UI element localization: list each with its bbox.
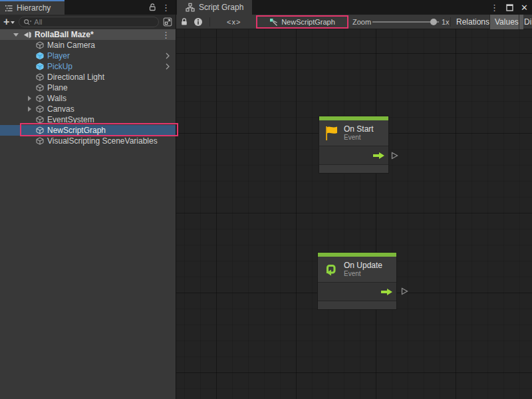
node-titles: On Update Event bbox=[344, 261, 382, 278]
graph-asset-icon bbox=[269, 18, 278, 27]
item-label: Walls bbox=[47, 94, 66, 103]
graph-name-button[interactable]: NewScriptGraph bbox=[256, 15, 348, 29]
tab-hierarchy[interactable]: Hierarchy bbox=[0, 0, 65, 15]
zoom-label: Zoom bbox=[352, 18, 371, 26]
node-subtitle: Event bbox=[344, 270, 382, 278]
item-label: Canvas bbox=[47, 104, 74, 114]
item-label: Plane bbox=[47, 83, 68, 92]
control-output-arrow-icon[interactable] bbox=[372, 152, 385, 160]
hierarchy-item-main-camera[interactable]: Main Camera bbox=[0, 40, 176, 51]
item-label: Directional Light bbox=[47, 72, 104, 82]
hierarchy-tab-label: Hierarchy bbox=[17, 3, 51, 13]
hierarchy-item-directional-light[interactable]: Directional Light bbox=[0, 72, 176, 82]
variables-label: <x> bbox=[227, 18, 241, 26]
control-output-port[interactable] bbox=[390, 151, 399, 160]
node-footer bbox=[318, 301, 396, 309]
hierarchy-item-pickup[interactable]: PickUp bbox=[0, 61, 176, 72]
node-body bbox=[319, 146, 388, 164]
zoom-value-wrap: 1x bbox=[442, 15, 450, 29]
hierarchy-search-input[interactable]: All bbox=[19, 17, 159, 27]
hierarchy-item-plane[interactable]: Plane bbox=[0, 82, 176, 93]
graph-toolbar: <x> NewScriptGraph Zoom 1x Relations Val… bbox=[176, 15, 532, 29]
graph-canvas[interactable]: On Start Event bbox=[176, 29, 532, 399]
hierarchy-toolbar: + All bbox=[0, 15, 176, 29]
hierarchy-item-canvas[interactable]: Canvas bbox=[0, 104, 176, 114]
node-title: On Start bbox=[344, 124, 374, 134]
control-output-port[interactable] bbox=[400, 287, 409, 296]
dim-button[interactable]: Di bbox=[519, 15, 532, 29]
prefab-expand-chevron[interactable] bbox=[166, 53, 170, 59]
foldout-collapsed-icon[interactable] bbox=[28, 106, 31, 112]
close-icon[interactable]: ✕ bbox=[521, 3, 528, 12]
item-label: VisualScripting SceneVariables bbox=[47, 136, 158, 146]
zoom-label-wrap: Zoom bbox=[352, 15, 371, 29]
graph-name-label: NewScriptGraph bbox=[281, 18, 335, 26]
hierarchy-panel: Hierarchy ⋮ + All bbox=[0, 0, 176, 399]
cube-icon bbox=[36, 105, 44, 113]
unity-editor-window: Hierarchy ⋮ + All bbox=[0, 0, 532, 399]
cube-icon bbox=[36, 137, 44, 145]
relations-button[interactable]: Relations bbox=[452, 15, 494, 29]
unlock-icon[interactable] bbox=[148, 3, 156, 12]
open-search-window-icon[interactable] bbox=[163, 17, 172, 27]
zoom-slider-thumb[interactable] bbox=[430, 19, 437, 25]
scene-menu-icon[interactable]: ⋮ bbox=[162, 31, 176, 39]
script-graph-tab-label: Script Graph bbox=[199, 3, 243, 12]
toolbar-separator bbox=[209, 17, 210, 27]
item-label: Main Camera bbox=[47, 41, 95, 50]
hierarchy-menu-icon[interactable]: ⋮ bbox=[162, 3, 170, 12]
scene-foldout-icon[interactable] bbox=[13, 33, 19, 37]
info-icon bbox=[194, 17, 203, 27]
control-output-arrow-icon[interactable] bbox=[380, 288, 393, 296]
foldout-collapsed-icon[interactable] bbox=[28, 96, 31, 101]
flag-icon bbox=[325, 125, 338, 141]
hierarchy-tab-bar: Hierarchy ⋮ bbox=[0, 0, 176, 15]
cube-icon bbox=[36, 126, 44, 134]
script-graph-panel: Script Graph ⋮ ✕ bbox=[176, 0, 532, 399]
plus-icon: + bbox=[3, 17, 9, 27]
cube-icon bbox=[36, 94, 44, 102]
hierarchy-item-eventsystem[interactable]: EventSystem bbox=[0, 114, 176, 125]
node-body bbox=[318, 282, 396, 301]
zoom-slider[interactable] bbox=[372, 21, 439, 23]
hierarchy-tree: Main Camera Player PickUp Directional Li… bbox=[0, 40, 176, 146]
hierarchy-item-player[interactable]: Player bbox=[0, 51, 176, 61]
hierarchy-icon bbox=[5, 4, 13, 13]
search-placeholder: All bbox=[34, 18, 42, 26]
unity-scene-icon bbox=[23, 31, 32, 39]
hierarchy-item-walls[interactable]: Walls bbox=[0, 93, 176, 104]
node-header: On Start Event bbox=[319, 120, 388, 146]
graph-tab-bar: Script Graph ⋮ ✕ bbox=[176, 0, 532, 15]
prefab-expand-chevron[interactable] bbox=[166, 63, 170, 70]
hierarchy-item-visualscripting-scenevariables[interactable]: VisualScripting SceneVariables bbox=[0, 136, 176, 146]
item-label: Player bbox=[47, 51, 70, 61]
variables-toggle-button[interactable]: <x> bbox=[227, 15, 241, 29]
toolbar-separator bbox=[450, 17, 451, 27]
cube-icon bbox=[36, 84, 44, 92]
prefab-cube-icon bbox=[36, 52, 44, 60]
create-object-button[interactable]: + bbox=[3, 17, 15, 27]
graph-info-button[interactable] bbox=[194, 15, 203, 29]
node-on-update[interactable]: On Update Event bbox=[318, 253, 396, 309]
item-label: PickUp bbox=[47, 62, 72, 71]
node-subtitle: Event bbox=[344, 134, 374, 142]
cube-icon bbox=[36, 116, 44, 124]
loop-icon bbox=[323, 262, 338, 277]
prefab-cube-icon bbox=[36, 63, 44, 70]
scene-row[interactable]: RollaBall Maze* ⋮ bbox=[0, 29, 176, 40]
graph-window-menu-icon[interactable]: ⋮ bbox=[490, 3, 499, 12]
node-on-start[interactable]: On Start Event bbox=[319, 116, 388, 173]
item-label: NewScriptGraph bbox=[47, 126, 106, 135]
cube-icon bbox=[36, 73, 44, 81]
node-title: On Update bbox=[344, 261, 382, 270]
node-titles: On Start Event bbox=[344, 124, 374, 142]
lock-icon bbox=[180, 17, 188, 27]
search-icon bbox=[23, 19, 32, 26]
cube-icon bbox=[36, 41, 44, 49]
maximize-icon[interactable] bbox=[506, 4, 513, 11]
graph-lock-button[interactable] bbox=[180, 15, 188, 29]
hierarchy-item-newscriptgraph[interactable]: NewScriptGraph bbox=[0, 125, 176, 136]
item-label: EventSystem bbox=[47, 115, 94, 124]
tab-script-graph[interactable]: Script Graph bbox=[177, 0, 252, 15]
script-graph-icon bbox=[186, 3, 195, 12]
